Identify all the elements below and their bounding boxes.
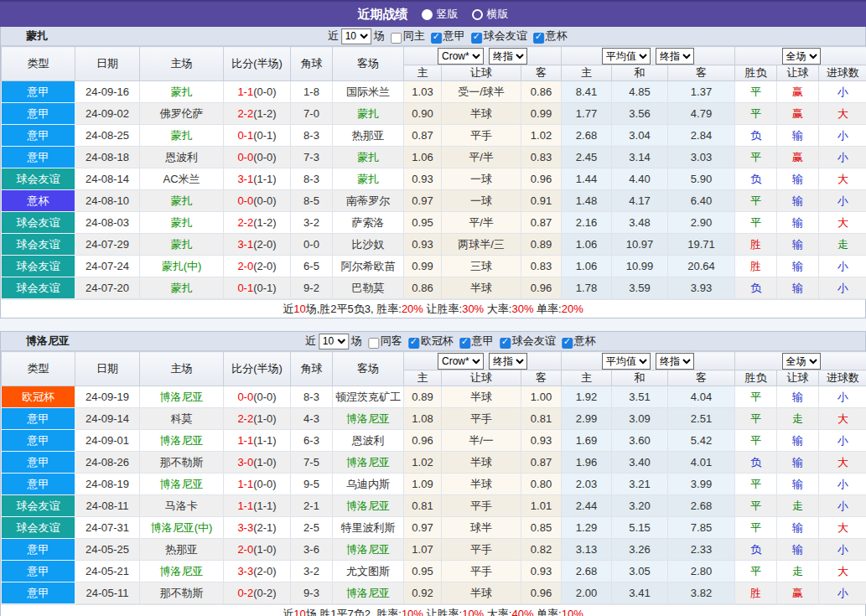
result-cell: 平: [735, 561, 777, 582]
sub-col-header-2: 让球: [442, 370, 521, 386]
crow-away-odds: 0.93: [521, 430, 562, 452]
summary-segment: 10%: [562, 608, 583, 616]
result-cell: 平: [735, 81, 777, 103]
type-badge: 球会友谊: [2, 495, 75, 517]
home-team: 蒙扎(中): [140, 256, 224, 277]
games-count-select[interactable]: 10: [341, 28, 371, 44]
match-row: 球会友谊24-08-11马洛卡1-1(1-1)2-1博洛尼亚0.81平手1.01…: [2, 495, 866, 517]
radio-horizontal-icon[interactable]: [472, 9, 483, 20]
league-checkbox-3[interactable]: [500, 338, 511, 349]
match-row: 意甲24-08-26那不勒斯3-0(1-0)7-5博洛尼亚1.02半球0.871…: [2, 452, 866, 474]
radio-vertical[interactable]: 竖版: [422, 7, 459, 22]
handicap-result-cell: 输: [777, 168, 819, 190]
handicap-line: 三球: [442, 256, 521, 277]
topbar: 近期战绩 竖版 横版: [0, 0, 866, 27]
type-badge: 球会友谊: [2, 256, 75, 277]
away-team: 阿尔希欧苗: [333, 256, 404, 277]
crow-away-odds: 0.96: [521, 582, 562, 604]
type-badge: 意甲: [2, 561, 75, 582]
fulltime-select[interactable]: 全场: [782, 48, 821, 65]
crow-group-header: Crow*终指: [404, 352, 562, 370]
match-date: 24-07-31: [75, 517, 140, 539]
league-checkbox-label-4: 意杯: [574, 334, 596, 349]
home-team: 蒙扎: [140, 125, 224, 147]
fulltime-group-header: 全场: [735, 47, 866, 65]
crow-away-odds: 0.93: [521, 561, 562, 582]
fulltime-score: 0-1: [237, 129, 253, 142]
average-select[interactable]: 平均值: [602, 48, 651, 65]
score: 2-0(2-0): [224, 256, 291, 277]
home-team: 博洛尼亚: [140, 430, 224, 452]
crow-away-odds: 0.87: [521, 452, 562, 474]
crow-select[interactable]: Crow*: [438, 353, 484, 370]
games-label: 场: [351, 334, 362, 349]
avg-away-odds: 19.71: [668, 234, 735, 256]
main-col-header-6: 客场: [333, 352, 404, 386]
avg-draw-odds: 3.51: [612, 386, 668, 408]
goals-result-cell: 小: [819, 474, 866, 495]
avg-home-odds: 1.06: [562, 234, 612, 256]
main-col-header-3: 主场: [140, 352, 224, 386]
halftime-score: (0-0): [253, 391, 276, 403]
match-row: 意甲24-09-01博洛尼亚1-1(1-1)6-3恩波利0.96半/一0.931…: [2, 430, 866, 452]
avg-draw-odds: 4.40: [612, 168, 668, 190]
halftime-score: (2-0): [253, 565, 276, 577]
league-checkbox-4[interactable]: [562, 338, 573, 349]
radio-horizontal[interactable]: 横版: [472, 7, 509, 22]
final-odds-select-2[interactable]: 终指: [656, 353, 694, 370]
match-row: 意甲24-05-25热那亚2-0(1-0)3-6博洛尼亚1.07平手0.823.…: [2, 539, 866, 561]
fulltime-score: 0-1: [237, 282, 253, 294]
average-select[interactable]: 平均值: [602, 353, 651, 370]
match-row: 意甲24-09-02佛罗伦萨2-2(1-2)7-0蒙扎0.90半球0.991.7…: [2, 103, 866, 125]
avg-away-odds: 4.79: [668, 103, 735, 125]
avg-draw-odds: 4.85: [612, 81, 668, 103]
sub-col-header-8: 让球: [777, 370, 819, 386]
same-venue-checkbox[interactable]: [368, 338, 379, 349]
handicap-result-cell: 赢: [777, 103, 819, 125]
crow-home-odds: 0.87: [404, 125, 442, 147]
same-venue-checkbox[interactable]: [391, 33, 402, 44]
summary-segment: 大率:: [484, 608, 511, 616]
fulltime-score: 3-3: [237, 565, 253, 577]
match-row: 意甲24-08-19博洛尼亚1-1(0-0)9-5乌迪内斯1.09半球0.802…: [2, 474, 866, 495]
section-header: 博洛尼亚近10场同客欧冠杯意甲球会友谊意杯: [1, 332, 865, 351]
crow-select[interactable]: Crow*: [438, 48, 484, 65]
avg-away-odds: 7.85: [668, 517, 735, 539]
results-table: 类型日期主场比分(半场)角球客场Crow*终指平均值终指全场主让球客主和客胜负让…: [1, 46, 866, 299]
away-team: 比沙奴: [333, 234, 404, 256]
league-checkbox-2[interactable]: [471, 33, 482, 44]
summary-segment: 大率:: [484, 303, 511, 315]
league-checkbox-label-2: 意甲: [472, 334, 494, 349]
away-team: 博洛尼亚: [333, 408, 404, 430]
league-checkbox-1[interactable]: [408, 338, 419, 349]
radio-vertical-icon[interactable]: [422, 9, 433, 20]
team-name: 博洛尼亚: [1, 334, 70, 349]
fulltime-select[interactable]: 全场: [782, 353, 821, 370]
match-row: 意甲24-09-16蒙扎1-1(0-0)1-8国际米兰1.03受一/球半0.86…: [2, 81, 866, 103]
final-odds-select-1[interactable]: 终指: [489, 48, 527, 65]
handicap-line: 半/一: [442, 430, 521, 452]
league-checkbox-1[interactable]: [431, 33, 442, 44]
sub-col-header-6: 客: [668, 65, 735, 81]
type-badge: 意甲: [2, 582, 75, 604]
avg-draw-odds: 3.40: [612, 452, 668, 474]
final-odds-select-2[interactable]: 终指: [656, 48, 694, 65]
match-row: 意杯24-08-10蒙扎0-0(0-0)8-5南蒂罗尔0.97一球0.911.4…: [2, 190, 866, 212]
games-count-select[interactable]: 10: [319, 334, 349, 349]
league-checkbox-3[interactable]: [533, 33, 544, 44]
corner-count: 9-3: [291, 582, 333, 604]
league-checkbox-2[interactable]: [459, 338, 470, 349]
final-odds-select-1[interactable]: 终指: [489, 353, 527, 370]
handicap-line: 平手: [442, 561, 521, 582]
fulltime-score: 1-1: [237, 500, 253, 512]
avg-away-odds: 3.93: [668, 277, 735, 299]
corner-count: 3-2: [291, 561, 333, 582]
match-date: 24-08-14: [75, 168, 140, 190]
summary-segment: 10%: [402, 608, 423, 616]
summary-segment: 30%: [511, 303, 533, 315]
avg-home-odds: 2.99: [562, 408, 612, 430]
crow-away-odds: 0.83: [521, 256, 562, 277]
handicap-line: 半球: [442, 386, 521, 408]
match-filters: 近10场同主意甲球会友谊意杯: [328, 28, 568, 44]
main-col-header-5: 角球: [291, 352, 333, 386]
